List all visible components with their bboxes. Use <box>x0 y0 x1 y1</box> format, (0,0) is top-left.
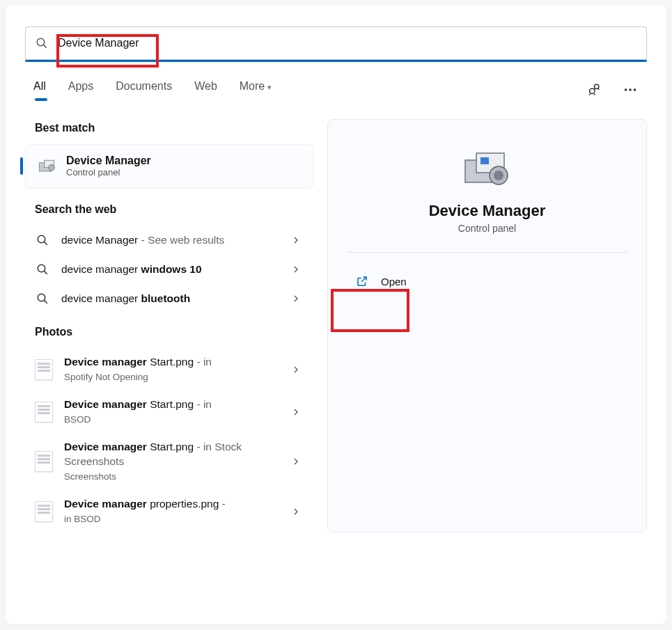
web-result-text: device manager bluetooth <box>61 292 277 306</box>
photo-result[interactable]: Device manager Start.png - in BSOD <box>25 391 313 433</box>
preview-actions: Open <box>346 268 628 294</box>
feedback-icon[interactable] <box>586 81 602 98</box>
photo-result[interactable]: Device manager properties.png - in BSOD <box>25 490 313 533</box>
chevron-right-icon <box>288 291 304 306</box>
chevron-down-icon: ▾ <box>267 83 272 91</box>
filter-tabs: All Apps Documents Web More▾ <box>6 62 666 100</box>
svg-point-12 <box>38 265 45 272</box>
preview-title: Device Manager <box>429 202 546 220</box>
search-icon <box>35 262 50 277</box>
preview-pane: Device Manager Control panel Open <box>327 119 647 533</box>
image-file-icon <box>35 359 53 380</box>
best-match-result[interactable]: Device Manager Control panel <box>25 144 313 188</box>
photo-result[interactable]: Device manager Start.png - in Stock Scre… <box>25 433 313 490</box>
photo-result-text: Device manager Start.png - in BSOD <box>64 397 277 426</box>
svg-point-10 <box>38 235 45 243</box>
web-result-text: device Manager - See web results <box>61 233 277 248</box>
section-photos: Photos <box>25 313 313 348</box>
photo-result-text: Device manager properties.png - in BSOD <box>64 497 277 526</box>
preview-app-icon <box>460 148 515 189</box>
best-match-text: Device Manager Control panel <box>66 155 151 178</box>
device-manager-icon <box>37 157 56 176</box>
search-input[interactable]: Device Manager <box>25 26 647 60</box>
section-best-match: Best match <box>25 119 313 144</box>
web-result-text: device manager windows 10 <box>61 262 277 277</box>
open-label: Open <box>381 276 407 288</box>
image-file-icon <box>35 402 53 423</box>
svg-line-13 <box>45 271 47 274</box>
tab-more[interactable]: More▾ <box>240 80 272 100</box>
chevron-right-icon <box>288 262 304 277</box>
results-body: Best match Device Manager Control panel … <box>6 100 666 533</box>
photo-result-text: Device manager Start.png - in Spotify No… <box>64 355 277 384</box>
web-result[interactable]: device manager bluetooth <box>25 284 313 313</box>
more-options-icon[interactable] <box>622 81 639 98</box>
search-query-text: Device Manager <box>58 37 139 49</box>
best-match-title: Device Manager <box>66 155 151 167</box>
section-web: Search the web <box>25 188 313 226</box>
svg-line-11 <box>45 242 47 245</box>
tab-apps[interactable]: Apps <box>68 80 93 100</box>
chevron-right-icon <box>288 233 304 248</box>
search-icon <box>36 37 48 49</box>
chevron-right-icon <box>288 504 304 519</box>
best-match-subtitle: Control panel <box>66 167 151 178</box>
chevron-right-icon <box>288 404 304 420</box>
tab-web[interactable]: Web <box>194 80 217 100</box>
svg-point-4 <box>625 88 627 91</box>
tab-more-label: More <box>240 80 265 92</box>
open-button[interactable]: Open <box>346 268 628 294</box>
svg-point-20 <box>494 171 503 180</box>
search-icon <box>35 291 50 306</box>
svg-point-6 <box>634 88 636 91</box>
chevron-right-icon <box>288 454 304 469</box>
open-external-icon <box>356 275 368 288</box>
preview-subtitle: Control panel <box>458 223 516 234</box>
results-list: Best match Device Manager Control panel … <box>25 119 313 533</box>
svg-point-2 <box>590 88 595 93</box>
photo-result-text: Device manager Start.png - in Stock Scre… <box>64 440 277 483</box>
search-icon <box>35 233 50 248</box>
web-result[interactable]: device Manager - See web results <box>25 226 313 255</box>
svg-rect-18 <box>480 157 489 164</box>
svg-point-9 <box>49 164 55 171</box>
tab-all[interactable]: All <box>33 80 46 100</box>
photo-result[interactable]: Device manager Start.png - in Spotify No… <box>25 348 313 391</box>
svg-point-3 <box>594 84 598 88</box>
svg-point-0 <box>37 38 45 46</box>
header-actions <box>586 81 639 98</box>
search-window: Device Manager All Apps Documents Web Mo… <box>6 6 666 624</box>
svg-point-5 <box>629 88 632 91</box>
divider <box>346 252 628 253</box>
tab-documents[interactable]: Documents <box>116 80 172 100</box>
svg-line-15 <box>45 301 47 304</box>
search-bar-wrap: Device Manager <box>6 6 666 60</box>
web-result[interactable]: device manager windows 10 <box>25 255 313 284</box>
image-file-icon <box>35 501 53 522</box>
chevron-right-icon <box>288 362 304 377</box>
svg-point-14 <box>38 294 45 301</box>
image-file-icon <box>35 451 53 472</box>
svg-line-1 <box>44 45 47 48</box>
